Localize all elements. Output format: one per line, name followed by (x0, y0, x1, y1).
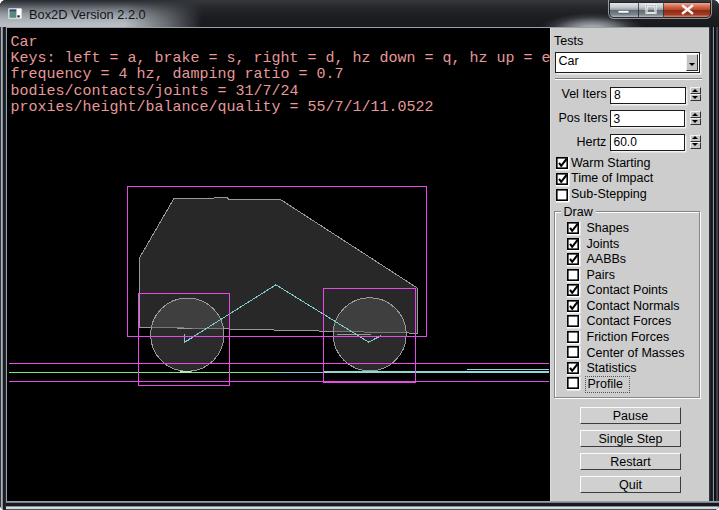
svg-text:frequency = 4 hz, damping rati: frequency = 4 hz, damping ratio = 0.7 (10, 66, 343, 83)
svg-text:Keys: left = a, brake = s, rig: Keys: left = a, brake = s, right = d, hz… (10, 49, 550, 66)
svg-text:bodies/contacts/joints = 31/7/: bodies/contacts/joints = 31/7/24 (10, 82, 298, 99)
svg-text:Car: Car (10, 33, 37, 50)
svg-text:proxies/height/balance/quality: proxies/height/balance/quality = 55/7/1/… (10, 99, 433, 116)
